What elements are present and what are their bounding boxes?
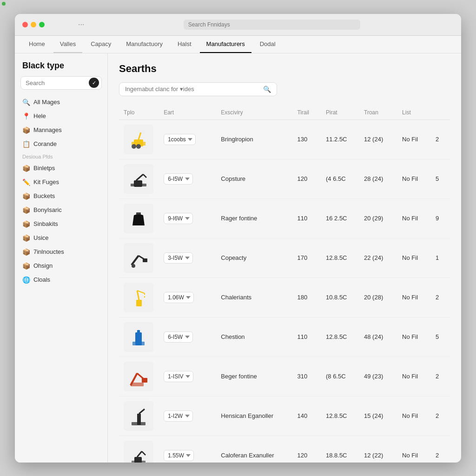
nav-manufactuory[interactable]: Manufactuory bbox=[119, 36, 169, 53]
sidebar-item-cloals[interactable]: 🌐 Cloals bbox=[15, 273, 107, 287]
trail-cell: 120 bbox=[292, 159, 321, 198]
trail-cell: 110 bbox=[292, 198, 321, 238]
content-search-input[interactable] bbox=[125, 86, 259, 93]
sidebar-item-buckets[interactable]: 📦 Buckets bbox=[15, 189, 107, 203]
titlebar: ··· bbox=[15, 14, 461, 36]
type-select[interactable]: 9-I6W bbox=[164, 213, 193, 224]
table-row: 1coobs Bringlropion13011.2.5C12 (24)No F… bbox=[119, 119, 450, 159]
navbar: Home Valles Capacy Manufactuory Halst Ma… bbox=[15, 36, 461, 53]
type-select[interactable]: 1.06W bbox=[164, 292, 194, 303]
nav-valles[interactable]: Valles bbox=[53, 36, 82, 53]
products-table: Tplo Eart Exsciviry Tirail Pirat Troan L… bbox=[119, 106, 450, 463]
sidebar-search-button[interactable]: ✓ bbox=[89, 78, 99, 88]
trail-cell: 110 bbox=[292, 317, 321, 357]
pirat-cell: 16 2.5C bbox=[321, 198, 359, 238]
extra-cell: 2 bbox=[431, 396, 450, 436]
product-thumbnail bbox=[124, 204, 153, 233]
type-select[interactable]: 6-I5W bbox=[164, 331, 193, 343]
svg-point-13 bbox=[132, 264, 135, 268]
search-bar-icon: 🔍 bbox=[263, 86, 271, 93]
nav-capacy[interactable]: Capacy bbox=[84, 36, 118, 53]
type-select-cell: 1.55W bbox=[159, 436, 216, 463]
product-svg bbox=[127, 167, 150, 191]
product-thumbnail bbox=[124, 362, 153, 391]
troan-cell: 20 (28) bbox=[359, 278, 397, 317]
titlebar-search-container bbox=[184, 20, 360, 30]
product-image-cell bbox=[119, 198, 159, 238]
sidebar-item-corande[interactable]: 📋 Corande bbox=[15, 137, 107, 151]
col-header-eart: Eart bbox=[159, 106, 216, 120]
sidebar-item-label: 7inlnouctes bbox=[33, 248, 64, 255]
sidebar-item-hele[interactable]: 📍 Hele bbox=[15, 109, 107, 123]
nav-halst[interactable]: Halst bbox=[171, 36, 198, 53]
product-image-cell bbox=[119, 317, 159, 357]
titlebar-search-input[interactable] bbox=[184, 20, 360, 30]
extra-cell: 2 bbox=[431, 436, 450, 463]
product-thumbnail bbox=[124, 401, 153, 431]
pirat-cell: 18.8.5C bbox=[321, 436, 359, 463]
sidebar-item-label: Mannages bbox=[33, 126, 62, 133]
globe-icon: 🌐 bbox=[22, 276, 30, 284]
nav-dodal[interactable]: Dodal bbox=[253, 36, 282, 53]
extra-cell: 2 bbox=[431, 278, 450, 317]
troan-cell: 12 (24) bbox=[359, 119, 397, 159]
sidebar-item-all-mages[interactable]: 🔍 All Mages bbox=[15, 95, 107, 109]
col-header-tirail: Tirail bbox=[292, 106, 321, 120]
sidebar-item-kit-fuges[interactable]: ✏️ Kit Fuges bbox=[15, 175, 107, 189]
sidebar-item-usice[interactable]: 📦 Usice bbox=[15, 231, 107, 245]
troan-cell: 48 (24) bbox=[359, 317, 397, 357]
svg-line-15 bbox=[137, 291, 139, 300]
nav-home[interactable]: Home bbox=[22, 36, 52, 53]
type-select[interactable]: 6-I5W bbox=[164, 173, 193, 185]
sidebar-item-label: Binletps bbox=[33, 165, 55, 172]
col-header-troan: Troan bbox=[359, 106, 397, 120]
extra-cell: 2 bbox=[431, 119, 450, 159]
sidebar-title: Black type bbox=[15, 61, 107, 76]
sidebar-item-binletps[interactable]: 📦 Binletps bbox=[15, 161, 107, 175]
description-cell: Beger fontine bbox=[216, 357, 292, 396]
product-image-cell bbox=[119, 357, 159, 396]
product-thumbnail bbox=[124, 283, 153, 312]
svg-line-2 bbox=[139, 132, 141, 139]
sidebar-item-sinbakits[interactable]: 📦 Sinbakits bbox=[15, 217, 107, 231]
product-image-cell bbox=[119, 396, 159, 436]
col-header-extra bbox=[431, 106, 450, 120]
sidebar-item-mannages[interactable]: 📦 Mannages bbox=[15, 123, 107, 137]
sidebar-item-label: Ohsign bbox=[33, 262, 53, 269]
sidebar-item-label: BonyIsaric bbox=[33, 206, 62, 213]
type-select[interactable]: 3-I5W bbox=[164, 252, 193, 264]
type-select[interactable]: 1.55W bbox=[164, 450, 194, 461]
nav-manufacturers[interactable]: Manufacturers bbox=[200, 36, 251, 53]
sidebar-item-ohsign[interactable]: 📦 Ohsign bbox=[15, 259, 107, 273]
sidebar-item-label: Cloals bbox=[33, 276, 50, 283]
content-area: Searths 🔍 Tplo Eart Exsciviry Tirail Pir… bbox=[108, 53, 461, 463]
svg-rect-31 bbox=[132, 461, 145, 463]
table-row: 9-I6W Rager fontine11016 2.5C20 (29)No F… bbox=[119, 198, 450, 238]
type-select[interactable]: 1coobs bbox=[164, 134, 196, 145]
svg-rect-20 bbox=[137, 330, 140, 334]
svg-line-26 bbox=[139, 409, 145, 414]
svg-rect-14 bbox=[136, 300, 142, 306]
sidebar-item-label: Sinbakits bbox=[33, 220, 58, 227]
type-select-cell: 3-I5W bbox=[159, 238, 216, 278]
svg-rect-27 bbox=[132, 422, 145, 425]
close-button[interactable] bbox=[22, 22, 28, 27]
description-cell: Caloferan Exanuller bbox=[216, 436, 292, 463]
description-cell: Chaleriants bbox=[216, 278, 292, 317]
sidebar-item-bonylsaric[interactable]: 📦 BonyIsaric bbox=[15, 203, 107, 217]
sidebar-item-7inlnouctes[interactable]: 📦 7inlnouctes bbox=[15, 245, 107, 259]
svg-line-7 bbox=[143, 174, 146, 178]
type-select[interactable]: 1-ISIV bbox=[164, 371, 193, 382]
trail-cell: 140 bbox=[292, 396, 321, 436]
sidebar-section-label: Desioua Pfds bbox=[15, 151, 107, 161]
minimize-button[interactable] bbox=[31, 22, 36, 27]
sidebar: Black type ✓ 🔍 All Mages 📍 Hele 📦 Mannag… bbox=[15, 53, 108, 463]
fullscreen-button[interactable] bbox=[39, 22, 45, 27]
type-select[interactable]: 1-I2W bbox=[164, 410, 193, 422]
list-cell: No Fil bbox=[397, 357, 431, 396]
description-cell: Chestion bbox=[216, 317, 292, 357]
titlebar-dots: ··· bbox=[78, 20, 84, 29]
main-layout: Black type ✓ 🔍 All Mages 📍 Hele 📦 Mannag… bbox=[15, 53, 461, 463]
list-cell: No Fil bbox=[397, 119, 431, 159]
troan-cell: 12 (22) bbox=[359, 436, 397, 463]
